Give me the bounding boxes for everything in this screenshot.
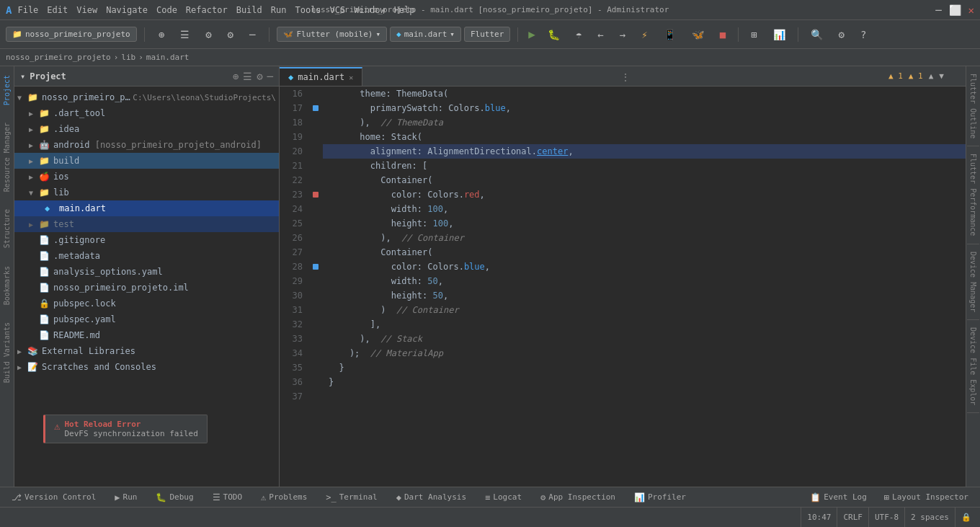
- chevron-down-icon-2: ▾: [450, 30, 455, 39]
- status-lock[interactable]: 🔒: [955, 508, 977, 528]
- minimize-panel-icon[interactable]: ─: [243, 26, 262, 43]
- editor-tab-main-dart[interactable]: ◆ main.dart ✕: [280, 67, 362, 86]
- status-encoding[interactable]: CRLF: [837, 508, 868, 528]
- structure-icon[interactable]: ☰: [174, 26, 196, 43]
- project-add-icon[interactable]: ⊕: [233, 71, 239, 82]
- tree-metadata[interactable]: ▶ 📄 .metadata: [14, 248, 279, 264]
- nav-down-btn[interactable]: ▼: [939, 71, 944, 81]
- tree-scratches[interactable]: ▶ 📝 Scratches and Consoles: [14, 359, 279, 375]
- tree-android[interactable]: ▶ 🤖 android [nosso_primeiro_projeto_andr…: [14, 137, 279, 153]
- menu-file[interactable]: File: [17, 5, 38, 15]
- menu-refactor[interactable]: Refactor: [186, 5, 228, 15]
- tree-iml[interactable]: ▶ 📄 nosso_primeiro_projeto.iml: [14, 280, 279, 296]
- code-line-20: alignment: AlignmentDirectional.center,: [323, 144, 966, 159]
- menu-run[interactable]: Run: [271, 5, 287, 15]
- sync-icon[interactable]: ⊕: [152, 26, 171, 43]
- flutter-btn[interactable]: Flutter: [464, 27, 510, 42]
- tree-pubspec-lock[interactable]: ▶ 🔒 pubspec.lock: [14, 296, 279, 311]
- search-everywhere-btn[interactable]: 🔍: [804, 26, 829, 43]
- nav-up-btn[interactable]: ▲: [929, 71, 934, 81]
- tab-close-btn[interactable]: ✕: [349, 74, 353, 81]
- app-inspection-tab[interactable]: ⚙ App Inspection: [532, 487, 624, 508]
- menu-navigate[interactable]: Navigate: [106, 5, 148, 15]
- run-config-dropdown[interactable]: ◆ main.dart ▾: [390, 27, 461, 42]
- tree-gitignore[interactable]: ▶ 📄 .gitignore: [14, 232, 279, 248]
- tree-ios[interactable]: ▶ 🍎 ios: [14, 169, 279, 185]
- todo-tab[interactable]: ☰ TODO: [204, 487, 251, 508]
- flutter-widget-button[interactable]: 🦋: [685, 26, 710, 43]
- back-button[interactable]: ←: [591, 26, 610, 43]
- close-button[interactable]: ✕: [968, 4, 974, 16]
- status-indent[interactable]: 2 spaces: [904, 508, 955, 528]
- breadcrumb-root[interactable]: nosso_primeiro_projeto: [6, 53, 111, 62]
- tree-readme[interactable]: ▶ 📄 README.md: [14, 327, 279, 343]
- debug-tab[interactable]: 🐛 Debug: [147, 487, 202, 508]
- project-dropdown[interactable]: 📁 nosso_primeiro_projeto: [6, 27, 137, 42]
- profiler-tab[interactable]: 📊 Profiler: [625, 487, 695, 508]
- structure-tab[interactable]: Structure: [0, 200, 14, 257]
- editor-more-btn[interactable]: ⋮: [615, 68, 636, 86]
- status-time[interactable]: 10:47: [801, 508, 837, 528]
- profiler-btn[interactable]: 📊: [767, 26, 792, 43]
- tree-pubspec-yaml[interactable]: ▶ 📄 pubspec.yaml: [14, 311, 279, 327]
- device-file-explorer-tab[interactable]: Device File Explor: [967, 320, 979, 413]
- project-tab[interactable]: Project: [0, 66, 14, 114]
- flutter-performance-tab[interactable]: Flutter Performance: [967, 146, 979, 244]
- coverage-button[interactable]: ☂: [569, 26, 588, 43]
- stop-button[interactable]: ■: [713, 26, 732, 43]
- tree-analysis-options[interactable]: ▶ 📄 analysis_options.yaml: [14, 264, 279, 280]
- status-charset[interactable]: UTF-8: [868, 508, 904, 528]
- code-editor[interactable]: 16 17 18 19 20 21 22 23 24 25 26 27 28 2…: [280, 87, 966, 487]
- hot-reload-button[interactable]: ⚡: [635, 26, 654, 43]
- breadcrumb-file[interactable]: main.dart: [146, 53, 190, 62]
- tree-main-dart[interactable]: ◆ main.dart: [14, 200, 279, 216]
- status-right: 10:47 CRLF UTF-8 2 spaces 🔒: [801, 508, 977, 528]
- code-line-36: }: [323, 375, 966, 389]
- resource-manager-tab[interactable]: Resource Manager: [0, 114, 14, 200]
- terminal-tab[interactable]: >_ Terminal: [317, 487, 386, 508]
- project-minimize-icon[interactable]: ─: [267, 71, 273, 82]
- run-button[interactable]: ▶: [525, 26, 538, 43]
- forward-button[interactable]: →: [613, 26, 632, 43]
- build-variants-tab[interactable]: Build Variants: [0, 314, 14, 391]
- tree-build[interactable]: ▶ 📁 build: [14, 153, 279, 169]
- menu-edit[interactable]: Edit: [47, 5, 68, 15]
- project-settings-icon[interactable]: ⚙: [257, 71, 262, 82]
- device-manager-tab[interactable]: Device Manager: [967, 244, 979, 320]
- config-icon[interactable]: ⚙: [199, 26, 218, 43]
- settings-icon[interactable]: ⚙: [221, 26, 240, 43]
- dart-analysis-tab[interactable]: ◆ Dart Analysis: [388, 487, 475, 508]
- version-control-tab[interactable]: ⎇ Version Control: [3, 487, 104, 508]
- maximize-button[interactable]: ⬜: [949, 4, 961, 16]
- layout-inspector-btn[interactable]: ⊞: [744, 26, 763, 43]
- code-content[interactable]: theme: ThemeData( primarySwatch: Colors.…: [323, 87, 966, 487]
- tree-dart-tool[interactable]: ▶ 📁 .dart_tool: [14, 105, 279, 121]
- debug-button[interactable]: 🐛: [541, 26, 566, 43]
- settings-gear-btn[interactable]: ⚙: [832, 26, 851, 43]
- menu-build[interactable]: Build: [236, 5, 262, 15]
- code-line-23: color: Colors.red,: [323, 187, 966, 202]
- left-panel-tabs: Project Resource Manager Structure Bookm…: [0, 66, 14, 487]
- run-icon: ▶: [115, 492, 120, 502]
- tree-external-libs[interactable]: ▶ 📚 External Libraries: [14, 343, 279, 359]
- problems-tab[interactable]: ⚠ Problems: [252, 487, 316, 508]
- help-btn[interactable]: ?: [854, 26, 873, 43]
- tree-idea[interactable]: ▶ 📁 .idea: [14, 121, 279, 137]
- phone-icon[interactable]: 📱: [657, 26, 682, 43]
- minimize-button[interactable]: ─: [935, 4, 941, 16]
- tree-root[interactable]: ▼ 📁 nosso_primeiro_projeto C:\Users\leon…: [14, 89, 279, 105]
- event-log-tab[interactable]: 📋 Event Log: [801, 487, 876, 508]
- breadcrumb-lib[interactable]: lib: [121, 53, 135, 62]
- gutter-23: [308, 187, 323, 202]
- menu-view[interactable]: View: [76, 5, 97, 15]
- flutter-device-dropdown[interactable]: 🦋 Flutter (mobile) ▾: [277, 27, 387, 42]
- flutter-outline-tab[interactable]: Flutter Outline: [967, 66, 979, 146]
- logcat-tab[interactable]: ≡ Logcat: [476, 487, 530, 508]
- run-tab[interactable]: ▶ Run: [106, 487, 146, 508]
- tree-lib[interactable]: ▼ 📁 lib: [14, 185, 279, 200]
- project-collapse-icon[interactable]: ☰: [243, 71, 252, 82]
- menu-code[interactable]: Code: [156, 5, 177, 15]
- tree-test[interactable]: ▶ 📁 test: [14, 216, 279, 232]
- bookmarks-tab[interactable]: Bookmarks: [0, 257, 14, 314]
- layout-inspector-tab[interactable]: ⊞ Layout Inspector: [876, 487, 977, 508]
